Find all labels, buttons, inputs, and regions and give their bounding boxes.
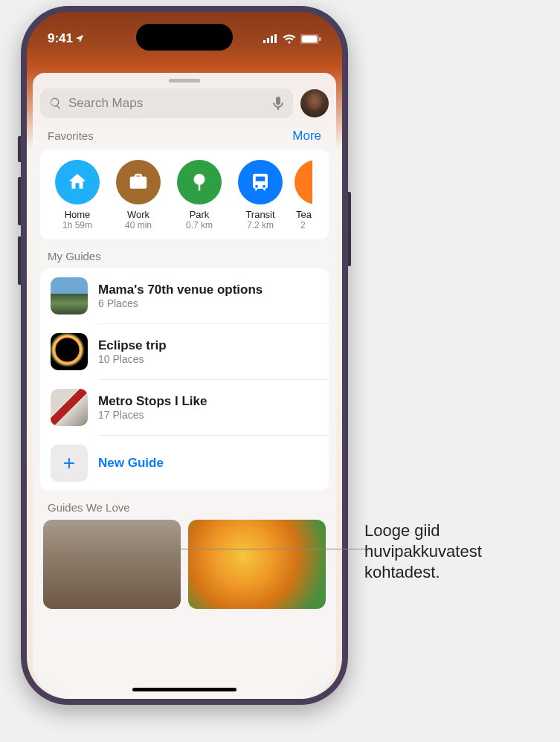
cup-icon bbox=[295, 160, 329, 204]
guide-thumb bbox=[51, 277, 88, 314]
svg-rect-0 bbox=[263, 40, 265, 43]
svg-point-7 bbox=[194, 174, 205, 185]
battery-icon bbox=[300, 34, 321, 44]
favorites-card: Home 1h 59m Work 40 min bbox=[40, 149, 329, 239]
svg-rect-1 bbox=[267, 38, 269, 43]
phone-frame: 9:41 Search Maps bbox=[21, 6, 348, 705]
profile-avatar[interactable] bbox=[300, 89, 329, 117]
my-guides-card: Mama's 70th venue options 6 Places Eclip… bbox=[40, 268, 329, 491]
favorites-scroll[interactable]: Home 1h 59m Work 40 min bbox=[40, 149, 329, 239]
tree-icon bbox=[177, 160, 222, 204]
svg-rect-3 bbox=[274, 34, 277, 43]
wifi-icon bbox=[283, 34, 296, 44]
guide-thumb bbox=[51, 333, 88, 370]
search-placeholder: Search Maps bbox=[68, 96, 266, 111]
microphone-icon[interactable] bbox=[272, 96, 284, 111]
guide-row[interactable]: Eclipse trip 10 Places bbox=[40, 324, 329, 379]
favorites-more-button[interactable]: More bbox=[292, 129, 321, 143]
svg-rect-5 bbox=[302, 35, 318, 42]
favorite-item-park[interactable]: Park 0.7 km bbox=[173, 160, 226, 230]
svg-rect-8 bbox=[199, 184, 201, 191]
callout-line bbox=[77, 549, 370, 549]
favorite-item-home[interactable]: Home 1h 59m bbox=[51, 160, 104, 230]
favorite-item-work[interactable]: Work 40 min bbox=[112, 160, 165, 230]
favorite-item-tea[interactable]: Tea 2 bbox=[295, 160, 324, 230]
home-indicator[interactable] bbox=[132, 688, 236, 691]
location-icon bbox=[74, 33, 85, 44]
maps-panel: Search Maps Favorites More bbox=[33, 73, 336, 699]
power-button bbox=[348, 192, 351, 266]
cellular-icon bbox=[263, 34, 278, 43]
guide-row[interactable]: Mama's 70th venue options 6 Places bbox=[40, 268, 329, 323]
side-button bbox=[18, 136, 21, 162]
guide-row[interactable]: Metro Stops I Like 17 Places bbox=[40, 380, 329, 435]
guide-thumb bbox=[51, 389, 88, 426]
plus-icon: + bbox=[51, 445, 88, 482]
guide-card[interactable] bbox=[188, 520, 326, 609]
svg-rect-6 bbox=[319, 37, 321, 41]
favorites-title: Favorites bbox=[48, 129, 94, 142]
volume-down bbox=[18, 236, 21, 285]
search-icon bbox=[49, 97, 62, 110]
guide-card[interactable] bbox=[43, 520, 181, 609]
my-guides-title: My Guides bbox=[48, 250, 101, 262]
guides-we-love-title: Guides We Love bbox=[48, 501, 130, 514]
grabber[interactable] bbox=[169, 79, 200, 83]
svg-rect-2 bbox=[271, 36, 273, 43]
status-time: 9:41 bbox=[48, 31, 73, 46]
dynamic-island bbox=[136, 24, 233, 51]
search-input[interactable]: Search Maps bbox=[40, 88, 293, 118]
callout-text: Looge giid huvipakkuvatest kohtadest. bbox=[364, 520, 550, 583]
favorite-item-transit[interactable]: Transit 7.2 km bbox=[234, 160, 287, 230]
new-guide-button[interactable]: + New Guide bbox=[40, 436, 329, 491]
home-icon bbox=[55, 160, 100, 204]
briefcase-icon bbox=[116, 160, 161, 204]
volume-up bbox=[18, 177, 21, 225]
transit-icon bbox=[238, 160, 283, 204]
guides-we-love-scroll[interactable] bbox=[40, 520, 329, 609]
